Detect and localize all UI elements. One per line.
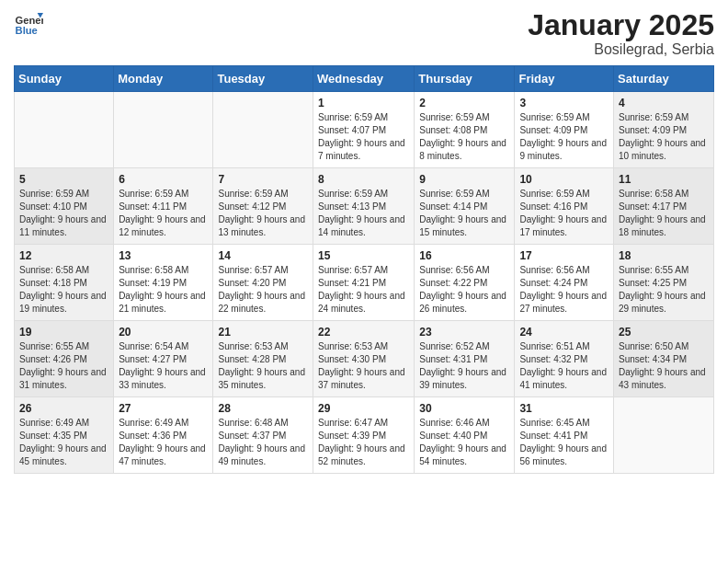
day-info: Sunrise: 6:49 AM Sunset: 4:36 PM Dayligh… — [119, 417, 208, 468]
day-info: Sunrise: 6:55 AM Sunset: 4:26 PM Dayligh… — [19, 340, 108, 392]
calendar-header-tuesday: Tuesday — [213, 66, 313, 92]
calendar-cell: 3Sunrise: 6:59 AM Sunset: 4:09 PM Daylig… — [515, 92, 614, 168]
calendar-week-row: 26Sunrise: 6:49 AM Sunset: 4:35 PM Dayli… — [15, 397, 714, 474]
day-number: 26 — [19, 402, 108, 415]
calendar-cell: 23Sunrise: 6:52 AM Sunset: 4:31 PM Dayli… — [415, 321, 515, 397]
logo-icon: General Blue — [14, 9, 43, 39]
day-info: Sunrise: 6:59 AM Sunset: 4:09 PM Dayligh… — [519, 111, 609, 163]
day-number: 2 — [419, 97, 509, 109]
calendar-header-friday: Friday — [515, 66, 614, 92]
calendar-cell: 21Sunrise: 6:53 AM Sunset: 4:28 PM Dayli… — [213, 321, 313, 397]
header: General Blue January 2025 Bosilegrad, Se… — [14, 9, 714, 58]
calendar-cell: 28Sunrise: 6:48 AM Sunset: 4:37 PM Dayli… — [213, 397, 313, 474]
day-number: 22 — [318, 326, 409, 339]
calendar-cell — [114, 92, 213, 168]
day-info: Sunrise: 6:53 AM Sunset: 4:28 PM Dayligh… — [218, 340, 308, 392]
day-number: 15 — [318, 249, 409, 262]
calendar-cell: 22Sunrise: 6:53 AM Sunset: 4:30 PM Dayli… — [313, 321, 415, 397]
day-info: Sunrise: 6:53 AM Sunset: 4:30 PM Dayligh… — [318, 340, 409, 392]
day-number: 25 — [619, 326, 709, 339]
day-info: Sunrise: 6:59 AM Sunset: 4:13 PM Dayligh… — [318, 188, 409, 239]
day-number: 19 — [19, 326, 108, 339]
calendar-cell: 13Sunrise: 6:58 AM Sunset: 4:19 PM Dayli… — [114, 245, 213, 321]
day-info: Sunrise: 6:46 AM Sunset: 4:40 PM Dayligh… — [419, 417, 509, 468]
calendar-header-saturday: Saturday — [614, 66, 714, 92]
calendar-cell: 27Sunrise: 6:49 AM Sunset: 4:36 PM Dayli… — [114, 397, 213, 474]
calendar-cell: 4Sunrise: 6:59 AM Sunset: 4:09 PM Daylig… — [614, 92, 714, 168]
calendar-cell: 9Sunrise: 6:59 AM Sunset: 4:14 PM Daylig… — [415, 168, 515, 245]
svg-text:General: General — [16, 15, 43, 26]
calendar-header-sunday: Sunday — [15, 66, 114, 92]
day-info: Sunrise: 6:59 AM Sunset: 4:10 PM Dayligh… — [19, 188, 108, 239]
day-number: 29 — [318, 402, 409, 415]
calendar-cell: 31Sunrise: 6:45 AM Sunset: 4:41 PM Dayli… — [515, 397, 614, 474]
calendar-cell: 26Sunrise: 6:49 AM Sunset: 4:35 PM Dayli… — [15, 397, 114, 474]
day-info: Sunrise: 6:57 AM Sunset: 4:21 PM Dayligh… — [318, 264, 409, 316]
day-info: Sunrise: 6:59 AM Sunset: 4:12 PM Dayligh… — [218, 188, 308, 239]
calendar-cell: 7Sunrise: 6:59 AM Sunset: 4:12 PM Daylig… — [213, 168, 313, 245]
calendar-cell: 10Sunrise: 6:59 AM Sunset: 4:16 PM Dayli… — [515, 168, 614, 245]
day-info: Sunrise: 6:51 AM Sunset: 4:32 PM Dayligh… — [519, 340, 609, 392]
calendar-week-row: 19Sunrise: 6:55 AM Sunset: 4:26 PM Dayli… — [15, 321, 714, 397]
day-number: 23 — [419, 326, 509, 339]
day-number: 10 — [519, 173, 609, 186]
calendar-week-row: 1Sunrise: 6:59 AM Sunset: 4:07 PM Daylig… — [15, 92, 714, 168]
day-number: 31 — [519, 402, 609, 415]
page: General Blue January 2025 Bosilegrad, Se… — [0, 0, 728, 488]
calendar-cell: 15Sunrise: 6:57 AM Sunset: 4:21 PM Dayli… — [313, 245, 415, 321]
logo: General Blue — [14, 9, 43, 39]
day-info: Sunrise: 6:58 AM Sunset: 4:17 PM Dayligh… — [619, 188, 709, 239]
calendar-cell: 6Sunrise: 6:59 AM Sunset: 4:11 PM Daylig… — [114, 168, 213, 245]
calendar-cell — [213, 92, 313, 168]
day-number: 8 — [318, 173, 409, 186]
calendar-cell: 14Sunrise: 6:57 AM Sunset: 4:20 PM Dayli… — [213, 245, 313, 321]
day-info: Sunrise: 6:59 AM Sunset: 4:11 PM Dayligh… — [119, 188, 208, 239]
day-number: 17 — [519, 249, 609, 262]
day-info: Sunrise: 6:58 AM Sunset: 4:18 PM Dayligh… — [19, 264, 108, 316]
day-info: Sunrise: 6:59 AM Sunset: 4:09 PM Dayligh… — [619, 111, 709, 163]
subtitle: Bosilegrad, Serbia — [528, 41, 714, 58]
day-info: Sunrise: 6:49 AM Sunset: 4:35 PM Dayligh… — [19, 417, 108, 468]
day-info: Sunrise: 6:48 AM Sunset: 4:37 PM Dayligh… — [218, 417, 308, 468]
calendar-cell: 2Sunrise: 6:59 AM Sunset: 4:08 PM Daylig… — [415, 92, 515, 168]
calendar-cell — [15, 92, 114, 168]
calendar-header-monday: Monday — [114, 66, 213, 92]
day-number: 9 — [419, 173, 509, 186]
calendar-cell: 18Sunrise: 6:55 AM Sunset: 4:25 PM Dayli… — [614, 245, 714, 321]
calendar-cell: 11Sunrise: 6:58 AM Sunset: 4:17 PM Dayli… — [614, 168, 714, 245]
day-number: 3 — [519, 97, 609, 109]
calendar-cell: 8Sunrise: 6:59 AM Sunset: 4:13 PM Daylig… — [313, 168, 415, 245]
svg-text:Blue: Blue — [16, 25, 38, 36]
day-info: Sunrise: 6:59 AM Sunset: 4:08 PM Dayligh… — [419, 111, 509, 163]
calendar-cell: 25Sunrise: 6:50 AM Sunset: 4:34 PM Dayli… — [614, 321, 714, 397]
day-info: Sunrise: 6:50 AM Sunset: 4:34 PM Dayligh… — [619, 340, 709, 392]
calendar-week-row: 12Sunrise: 6:58 AM Sunset: 4:18 PM Dayli… — [15, 245, 714, 321]
day-info: Sunrise: 6:58 AM Sunset: 4:19 PM Dayligh… — [119, 264, 208, 316]
day-number: 12 — [19, 249, 108, 262]
day-number: 7 — [218, 173, 308, 186]
day-number: 27 — [119, 402, 208, 415]
day-info: Sunrise: 6:57 AM Sunset: 4:20 PM Dayligh… — [218, 264, 308, 316]
day-info: Sunrise: 6:54 AM Sunset: 4:27 PM Dayligh… — [119, 340, 208, 392]
calendar-header-thursday: Thursday — [415, 66, 515, 92]
day-number: 16 — [419, 249, 509, 262]
day-number: 18 — [619, 249, 709, 262]
day-number: 20 — [119, 326, 208, 339]
day-number: 1 — [318, 97, 409, 109]
day-info: Sunrise: 6:59 AM Sunset: 4:16 PM Dayligh… — [519, 188, 609, 239]
day-number: 4 — [619, 97, 709, 109]
day-info: Sunrise: 6:59 AM Sunset: 4:14 PM Dayligh… — [419, 188, 509, 239]
calendar-cell: 19Sunrise: 6:55 AM Sunset: 4:26 PM Dayli… — [15, 321, 114, 397]
title-area: January 2025 Bosilegrad, Serbia — [528, 9, 714, 58]
day-number: 14 — [218, 249, 308, 262]
calendar-cell: 16Sunrise: 6:56 AM Sunset: 4:22 PM Dayli… — [415, 245, 515, 321]
day-number: 6 — [119, 173, 208, 186]
day-number: 5 — [19, 173, 108, 186]
day-info: Sunrise: 6:47 AM Sunset: 4:39 PM Dayligh… — [318, 417, 409, 468]
calendar-week-row: 5Sunrise: 6:59 AM Sunset: 4:10 PM Daylig… — [15, 168, 714, 245]
calendar-header-wednesday: Wednesday — [313, 66, 415, 92]
day-number: 13 — [119, 249, 208, 262]
calendar-cell: 30Sunrise: 6:46 AM Sunset: 4:40 PM Dayli… — [415, 397, 515, 474]
day-info: Sunrise: 6:55 AM Sunset: 4:25 PM Dayligh… — [619, 264, 709, 316]
day-info: Sunrise: 6:59 AM Sunset: 4:07 PM Dayligh… — [318, 111, 409, 163]
